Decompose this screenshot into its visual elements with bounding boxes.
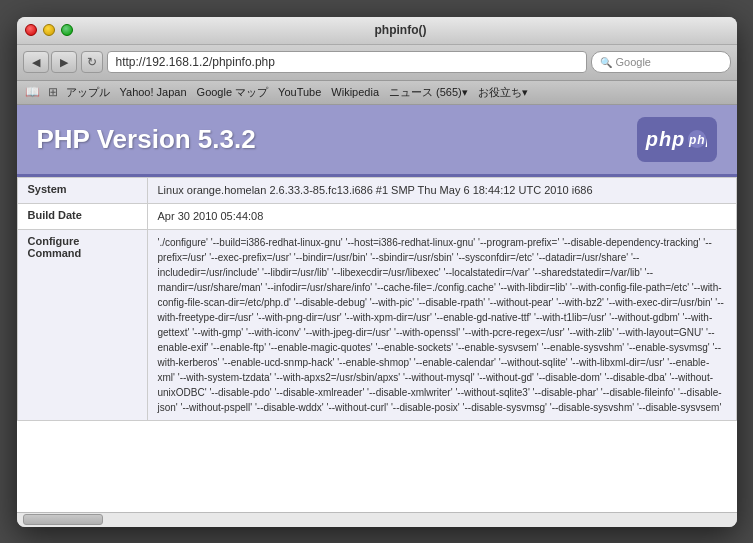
php-header: PHP Version 5.3.2 php php xyxy=(17,105,737,177)
browser-window: phpinfo() ◀ ▶ ↻ http://192.168.1.2/phpin… xyxy=(17,17,737,527)
grid-icon: ⊞ xyxy=(48,85,58,99)
table-value: Apr 30 2010 05:44:08 xyxy=(147,203,736,229)
window-title: phpinfo() xyxy=(73,23,729,37)
minimize-button[interactable] xyxy=(43,24,55,36)
bookmark-wikipedia[interactable]: Wikipedia xyxy=(331,86,379,98)
bookmark-youtube[interactable]: YouTube xyxy=(278,86,321,98)
horizontal-scrollbar[interactable] xyxy=(17,512,737,527)
reload-button[interactable]: ↻ xyxy=(81,51,103,73)
traffic-lights xyxy=(25,24,73,36)
php-version: PHP Version 5.3.2 xyxy=(37,124,256,155)
php-logo: php php xyxy=(637,117,717,162)
bookmarks-list: アップル Yahoo! Japan Google マップ YouTube Wik… xyxy=(66,85,528,100)
maximize-button[interactable] xyxy=(61,24,73,36)
h-scroll-thumb[interactable] xyxy=(23,514,103,525)
bookmark-news[interactable]: ニュース (565)▾ xyxy=(389,85,468,100)
php-elephant-icon: php xyxy=(687,129,707,149)
toolbar: ◀ ▶ ↻ http://192.168.1.2/phpinfo.php 🔍 G… xyxy=(17,45,737,81)
close-button[interactable] xyxy=(25,24,37,36)
table-row: System Linux orange.homelan 2.6.33.3-85.… xyxy=(17,177,736,203)
php-logo-text: php xyxy=(646,128,686,151)
content-area[interactable]: PHP Version 5.3.2 php php System Linux o… xyxy=(17,105,737,512)
back-button[interactable]: ◀ xyxy=(23,51,49,73)
table-key: ConfigureCommand xyxy=(17,230,147,421)
search-icon: 🔍 xyxy=(600,57,612,68)
phpinfo-page: PHP Version 5.3.2 php php System Linux o… xyxy=(17,105,737,512)
bookmark-google-maps[interactable]: Google マップ xyxy=(197,85,269,100)
bookmarks-bar: 📖 ⊞ アップル Yahoo! Japan Google マップ YouTube… xyxy=(17,81,737,105)
search-bar[interactable]: 🔍 Google xyxy=(591,51,731,73)
search-placeholder: Google xyxy=(616,56,651,68)
url-text: http://192.168.1.2/phpinfo.php xyxy=(116,55,275,69)
address-bar[interactable]: http://192.168.1.2/phpinfo.php xyxy=(107,51,587,73)
table-key: Build Date xyxy=(17,203,147,229)
nav-buttons: ◀ ▶ xyxy=(23,51,77,73)
bookmark-useful[interactable]: お役立ち▾ xyxy=(478,85,528,100)
phpinfo-table: System Linux orange.homelan 2.6.33.3-85.… xyxy=(17,177,737,422)
title-bar: phpinfo() xyxy=(17,17,737,45)
svg-text:php: php xyxy=(688,133,707,147)
forward-button[interactable]: ▶ xyxy=(51,51,77,73)
table-value: './configure' '--build=i386-redhat-linux… xyxy=(147,230,736,421)
table-row: Build Date Apr 30 2010 05:44:08 xyxy=(17,203,736,229)
bookmark-apple[interactable]: アップル xyxy=(66,85,110,100)
bookmarks-icon: 📖 xyxy=(25,85,40,99)
table-row: ConfigureCommand './configure' '--build=… xyxy=(17,230,736,421)
table-key: System xyxy=(17,177,147,203)
table-value: Linux orange.homelan 2.6.33.3-85.fc13.i6… xyxy=(147,177,736,203)
bookmark-yahoo[interactable]: Yahoo! Japan xyxy=(120,86,187,98)
